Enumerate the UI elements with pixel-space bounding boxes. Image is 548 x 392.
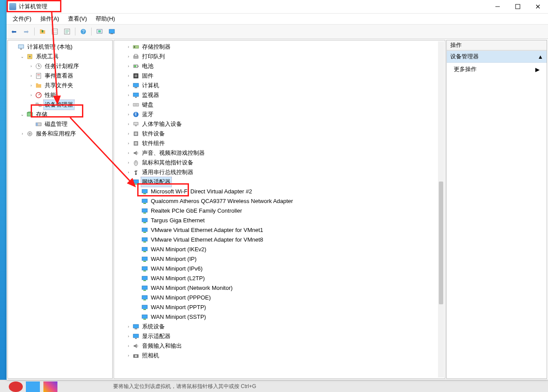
taskbar-app-icon-1[interactable]: [9, 381, 23, 392]
minimize-button[interactable]: [488, 0, 508, 13]
tree-row[interactable]: Qualcomm Atheros QCA9377 Wireless Networ…: [114, 196, 445, 206]
expand-icon[interactable]: ›: [28, 82, 34, 89]
tree-node-label[interactable]: 音频输入和输出: [141, 341, 183, 351]
tree-node-label[interactable]: WAN Miniport (IPv6): [150, 264, 203, 274]
tree-row[interactable]: ›共享文件夹: [8, 81, 112, 90]
properties-button[interactable]: [61, 26, 73, 37]
tree-node-label[interactable]: 设备管理器: [44, 100, 74, 110]
up-folder-button[interactable]: [37, 26, 48, 37]
tree-node-label[interactable]: WAN Miniport (Network Monitor): [150, 283, 234, 293]
back-button[interactable]: ⬅: [8, 26, 20, 37]
collapse-icon[interactable]: ⌄: [19, 53, 25, 60]
tree-node-label[interactable]: 磁盘管理: [44, 119, 68, 129]
tree-row[interactable]: WAN Miniport (PPPOE): [114, 293, 445, 303]
expand-icon[interactable]: ›: [19, 131, 25, 137]
tree-node-label[interactable]: 服务和应用程序: [35, 129, 77, 139]
collapse-icon[interactable]: ⌄: [19, 111, 25, 118]
tree-row[interactable]: Realtek PCIe GbE Family Controller: [114, 206, 445, 216]
taskbar-app-icon-3[interactable]: [43, 381, 57, 392]
tree-node-label[interactable]: 软件组件: [141, 139, 166, 148]
tree-node-label[interactable]: Microsoft Wi-Fi Direct Virtual Adapter #…: [150, 187, 253, 196]
scan-hardware-button[interactable]: [94, 26, 105, 37]
taskbar-app-icon-2[interactable]: [26, 381, 40, 392]
tree-row[interactable]: ›软件设备: [114, 129, 445, 139]
menu-action[interactable]: 操作(A): [36, 14, 64, 24]
tree-node-label[interactable]: 计算机: [141, 81, 160, 90]
actions-more[interactable]: 更多操作 ▶: [447, 63, 547, 76]
expand-icon[interactable]: ›: [125, 140, 132, 146]
tree-row[interactable]: ›系统设备: [114, 322, 445, 331]
maximize-button[interactable]: [508, 0, 528, 13]
expand-icon[interactable]: ›: [28, 92, 34, 98]
tree-row[interactable]: ›蓝牙: [114, 110, 445, 119]
expand-icon[interactable]: ›: [125, 53, 132, 60]
tree-node-label[interactable]: WAN Miniport (SSTP): [150, 312, 207, 322]
expand-icon[interactable]: ›: [125, 131, 132, 137]
tree-row[interactable]: ›计算机: [114, 81, 445, 90]
expand-icon[interactable]: ›: [125, 73, 132, 79]
left-nav-tree[interactable]: 计算机管理 (本地)⌄系统工具›任务计划程序›事件查看器›共享文件夹›性能设备管…: [8, 40, 112, 378]
expand-icon[interactable]: ›: [125, 169, 132, 175]
tree-node-label[interactable]: 监视器: [141, 90, 160, 100]
tree-row[interactable]: WAN Miniport (PPTP): [114, 303, 445, 312]
tree-row[interactable]: ›事件查看器: [8, 71, 112, 81]
tree-row[interactable]: VMware Virtual Ethernet Adapter for VMne…: [114, 235, 445, 245]
scrollbar-thumb[interactable]: [439, 182, 443, 304]
help-button[interactable]: ?: [78, 26, 89, 37]
tree-row[interactable]: ›任务计划程序: [8, 61, 112, 71]
tree-node-label[interactable]: 蓝牙: [141, 110, 154, 119]
tree-node-label[interactable]: 事件查看器: [44, 71, 74, 81]
tree-row[interactable]: ›打印队列: [114, 52, 445, 61]
tree-row[interactable]: VMware Virtual Ethernet Adapter for VMne…: [114, 225, 445, 235]
tree-node-label[interactable]: 鼠标和其他指针设备: [141, 158, 194, 167]
tree-node-label[interactable]: 系统工具: [35, 52, 60, 61]
tree-row[interactable]: 计算机管理 (本地): [8, 42, 112, 52]
tree-node-label[interactable]: 键盘: [141, 100, 154, 110]
tree-row[interactable]: ⌄存储: [8, 110, 112, 119]
expand-icon[interactable]: ›: [125, 121, 132, 127]
expand-icon[interactable]: ›: [125, 324, 132, 330]
tree-row[interactable]: ⌄系统工具: [8, 52, 112, 61]
tree-node-label[interactable]: 任务计划程序: [44, 61, 80, 71]
tree-row[interactable]: ›显示适配器: [114, 331, 445, 341]
tree-row[interactable]: Targus Giga Ethernet: [114, 216, 445, 225]
list-view-button[interactable]: [49, 26, 60, 37]
titlebar[interactable]: 计算机管理: [7, 0, 548, 14]
expand-icon[interactable]: ›: [28, 63, 34, 69]
scrollbar[interactable]: [438, 41, 444, 378]
tree-row[interactable]: ›软件组件: [114, 139, 445, 148]
tree-node-label[interactable]: 性能: [44, 90, 57, 100]
tree-node-label[interactable]: WAN Miniport (IP): [150, 254, 197, 264]
menu-help[interactable]: 帮助(H): [91, 14, 119, 24]
expand-icon[interactable]: ›: [125, 353, 132, 359]
menu-file[interactable]: 文件(F): [8, 14, 36, 24]
expand-icon[interactable]: ›: [125, 333, 132, 339]
expand-icon[interactable]: ›: [125, 44, 132, 50]
tree-node-label[interactable]: 电池: [141, 61, 154, 71]
tree-row[interactable]: 设备管理器: [8, 100, 112, 110]
expand-icon[interactable]: ›: [125, 82, 132, 89]
tree-row[interactable]: ›鼠标和其他指针设备: [114, 158, 445, 167]
close-button[interactable]: [528, 0, 548, 13]
tree-node-label[interactable]: WAN Miniport (L2TP): [150, 274, 206, 283]
menu-view[interactable]: 查看(V): [64, 14, 91, 24]
tree-node-label[interactable]: Qualcomm Atheros QCA9377 Wireless Networ…: [150, 196, 294, 206]
tree-node-label[interactable]: WAN Miniport (IKEv2): [150, 245, 207, 254]
expand-icon[interactable]: ›: [125, 150, 132, 156]
tree-row[interactable]: WAN Miniport (IPv6): [114, 264, 445, 274]
tree-row[interactable]: ›照相机: [114, 351, 445, 360]
tree-node-label[interactable]: 通用串行总线控制器: [141, 167, 194, 177]
taskbar[interactable]: 要将输入定位到该虚拟机，请将鼠标指针移入其中或按 Ctrl+G: [0, 380, 548, 392]
tree-node-label[interactable]: 照相机: [141, 351, 160, 360]
expand-icon[interactable]: ›: [125, 63, 132, 69]
tree-node-label[interactable]: 共享文件夹: [44, 81, 74, 90]
tree-row[interactable]: ›电池: [114, 61, 445, 71]
tree-node-label[interactable]: 存储控制器: [141, 42, 171, 52]
tree-node-label[interactable]: 系统设备: [141, 322, 166, 331]
actions-group-header[interactable]: 设备管理器 ▲: [447, 51, 547, 63]
expand-icon[interactable]: ›: [125, 343, 132, 349]
show-hidden-button[interactable]: [106, 26, 117, 37]
tree-node-label[interactable]: VMware Virtual Ethernet Adapter for VMne…: [150, 225, 264, 235]
expand-icon[interactable]: ›: [125, 160, 132, 166]
tree-node-label[interactable]: 声音、视频和游戏控制器: [141, 148, 206, 158]
